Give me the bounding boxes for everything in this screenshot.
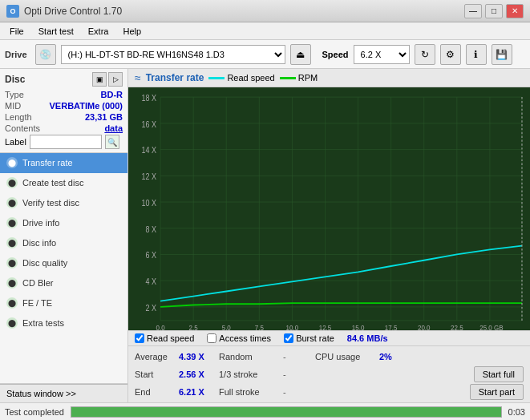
svg-text:17.5: 17.5 — [385, 323, 398, 330]
chart-footer: Read speed Access times Burst rate 84.6 … — [128, 330, 530, 345]
chart-title: Transfer rate — [146, 72, 204, 83]
one-third-stroke-value: - — [283, 370, 315, 379]
start-full-button[interactable]: Start full — [474, 366, 524, 382]
disc-contents-row: Contents data — [5, 123, 123, 133]
extra-tests-icon: ⬤ — [6, 317, 18, 329]
disc-label-text: Label — [5, 137, 26, 147]
drive-select[interactable]: (H:) HL-DT-ST BD-RE WH16NS48 1.D3 — [61, 45, 285, 64]
nav-items: ⬤ Transfer rate ⬤ Create test disc ⬤ Ver… — [0, 153, 127, 383]
checkbox-burst-rate[interactable]: Burst rate — [284, 333, 334, 343]
nav-cd-bler[interactable]: ⬤ CD Bler — [0, 273, 127, 293]
random-value: - — [283, 352, 315, 361]
chart-header: ≈ Transfer rate Read speed RPM — [128, 69, 530, 87]
nav-disc-info-label: Disc info — [22, 238, 56, 248]
nav-fe-te[interactable]: ⬤ FE / TE — [0, 293, 127, 313]
disc-label-input[interactable] — [30, 135, 102, 149]
progress-bar-container — [71, 406, 502, 418]
speed-select[interactable]: 6.2 X — [354, 45, 410, 64]
nav-fe-te-label: FE / TE — [22, 298, 52, 308]
settings-btn[interactable]: ⚙ — [440, 44, 461, 65]
progress-bar-fill — [71, 407, 501, 417]
start-label: Start — [135, 370, 179, 379]
stats-row-start: Start 2.56 X 1/3 stroke - Start full — [135, 365, 524, 383]
disc-length-row: Length 23,31 GB — [5, 112, 123, 122]
checkbox-access-times[interactable]: Access times — [207, 333, 271, 343]
menu-file[interactable]: File — [3, 25, 30, 38]
disc-info-icon: ⬤ — [6, 237, 18, 248]
disc-length-value: 23,31 GB — [85, 112, 123, 122]
drive-icon-btn[interactable]: 💿 — [35, 44, 56, 65]
nav-cd-bler-label: CD Bler — [22, 278, 54, 288]
svg-rect-0 — [128, 87, 530, 330]
status-window-button[interactable]: Status window >> — [0, 384, 127, 402]
checkbox-read-speed[interactable]: Read speed — [135, 333, 194, 343]
disc-type-row: Type BD-R — [5, 90, 123, 99]
disc-mid-value: VERBATIMe (000) — [50, 101, 123, 111]
refresh-btn[interactable]: ↻ — [415, 44, 435, 65]
svg-text:7.5: 7.5 — [255, 323, 264, 330]
disc-length-label: Length — [5, 112, 32, 122]
nav-disc-quality[interactable]: ⬤ Disc quality — [0, 253, 127, 273]
average-value: 4.39 X — [179, 352, 219, 361]
svg-text:10 X: 10 X — [142, 198, 157, 208]
svg-text:15.0: 15.0 — [352, 323, 365, 330]
info-btn[interactable]: ℹ — [466, 44, 487, 65]
nav-disc-info[interactable]: ⬤ Disc info — [0, 233, 127, 253]
svg-text:8 X: 8 X — [146, 224, 157, 234]
checkbox-access-times-input[interactable] — [207, 333, 216, 343]
status-text: Test completed — [5, 407, 64, 417]
status-window-section: Status window >> — [0, 383, 127, 402]
eject-btn[interactable]: ⏏ — [290, 44, 311, 65]
stats-row-end: End 6.21 X Full stroke - Start part — [135, 383, 524, 401]
svg-text:12 X: 12 X — [142, 172, 157, 181]
nav-drive-info[interactable]: ⬤ Drive info — [0, 213, 127, 233]
disc-icon-1[interactable]: ▣ — [92, 72, 107, 87]
checkbox-read-speed-input[interactable] — [135, 333, 144, 343]
statusbar: Test completed 0:03 — [0, 402, 530, 420]
svg-text:10.0: 10.0 — [286, 323, 299, 330]
chart-area: 18 X 16 X 14 X 12 X 10 X 8 X 6 X 4 X 2 X… — [128, 87, 530, 330]
disc-mid-row: MID VERBATIMe (000) — [5, 101, 123, 111]
svg-text:0.0: 0.0 — [156, 323, 165, 330]
disc-icon-2[interactable]: ▷ — [108, 72, 123, 87]
full-stroke-label: Full stroke — [219, 387, 283, 397]
checkbox-burst-rate-label: Burst rate — [296, 333, 334, 343]
start-value: 2.56 X — [179, 370, 219, 379]
disc-info-box: Disc ▣ ▷ Type BD-R MID VERBATIMe (000) L… — [0, 69, 127, 153]
menu-start-test[interactable]: Start test — [32, 25, 80, 38]
menu-help[interactable]: Help — [116, 25, 148, 38]
legend-rpm-label: RPM — [298, 73, 318, 83]
nav-transfer-rate[interactable]: ⬤ Transfer rate — [0, 153, 127, 173]
cpu-usage-label: CPU usage — [315, 352, 379, 361]
disc-type-label: Type — [5, 90, 24, 99]
disc-contents-value[interactable]: data — [104, 123, 123, 133]
nav-verify-test-disc[interactable]: ⬤ Verify test disc — [0, 193, 127, 213]
disc-quality-icon: ⬤ — [6, 257, 18, 269]
disc-section-title: Disc — [5, 74, 25, 85]
nav-create-test-disc[interactable]: ⬤ Create test disc — [0, 173, 127, 193]
start-part-button[interactable]: Start part — [470, 384, 524, 400]
legend-rpm: RPM — [280, 73, 318, 83]
svg-text:22.5: 22.5 — [451, 323, 463, 330]
full-stroke-value: - — [283, 387, 315, 397]
save-btn[interactable]: 💾 — [492, 44, 512, 65]
checkbox-access-times-label: Access times — [219, 333, 271, 343]
checkbox-read-speed-label: Read speed — [147, 333, 194, 343]
svg-text:14 X: 14 X — [142, 146, 157, 155]
menubar: File Start test Extra Help — [0, 22, 530, 40]
maximize-button[interactable]: □ — [485, 4, 503, 18]
titlebar: O Opti Drive Control 1.70 — □ ✕ — [0, 0, 530, 22]
disc-contents-label: Contents — [5, 123, 40, 133]
svg-text:20.0: 20.0 — [418, 323, 431, 330]
average-label: Average — [135, 352, 179, 361]
app-title: Opti Drive Control 1.70 — [24, 6, 122, 17]
minimize-button[interactable]: — — [464, 4, 482, 18]
close-button[interactable]: ✕ — [506, 4, 524, 18]
drive-info-icon: ⬤ — [6, 217, 18, 228]
nav-extra-tests[interactable]: ⬤ Extra tests — [0, 313, 127, 333]
stats-area: Average 4.39 X Random - CPU usage 2% Sta… — [128, 345, 530, 402]
checkbox-burst-rate-input[interactable] — [284, 333, 293, 343]
disc-label-btn[interactable]: 🔍 — [105, 135, 119, 149]
svg-text:4 X: 4 X — [146, 277, 157, 286]
menu-extra[interactable]: Extra — [82, 25, 115, 38]
